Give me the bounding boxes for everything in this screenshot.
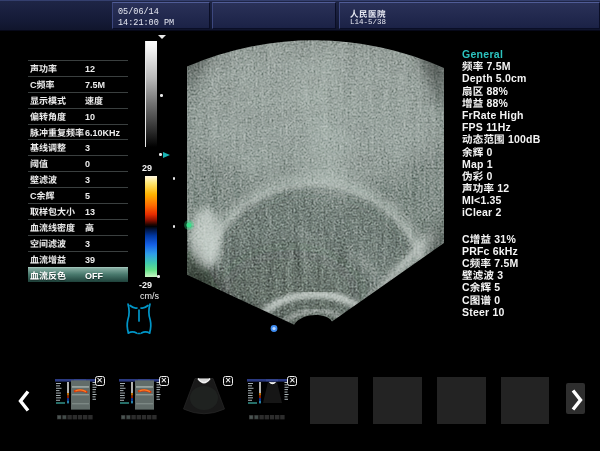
exam-info-box: 人民医院 L14-5/38: [339, 2, 600, 29]
image-info-panel: General 频率 7.5MDepth 5.0cm扇区 88%增益 88%Fr…: [462, 48, 597, 318]
param-row-9[interactable]: C余辉5: [28, 187, 128, 203]
param-label: 声功率: [30, 61, 57, 77]
color-doppler-bar: [145, 176, 157, 277]
info-line: 伪彩 0: [462, 170, 597, 182]
tgc-arrow-icon: [163, 152, 170, 158]
param-row-14[interactable]: 血流反色OFF: [28, 267, 128, 283]
info-line: C余辉 5: [462, 281, 597, 293]
baseline-dot[interactable]: [173, 225, 176, 228]
info-line: PRFc 6kHz: [462, 245, 597, 257]
velocity-scale-min: -29: [139, 280, 152, 290]
thumbnail-empty-slot: [501, 377, 550, 424]
thumbnail-3-fan-image[interactable]: ✕: [182, 377, 226, 422]
info-line: C频率 7.5M: [462, 257, 597, 269]
param-label: 显示模式: [30, 93, 66, 109]
param-value: 高: [85, 220, 94, 236]
param-row-13[interactable]: 血流增益39: [28, 251, 128, 267]
param-value: 7.5M: [85, 77, 105, 93]
param-row-7[interactable]: 阈值0: [28, 155, 128, 171]
info-line: 动态范围 100dB: [462, 133, 597, 145]
grayscale-bar: [145, 41, 157, 147]
param-value: 3: [85, 236, 90, 252]
info-line: 声功率 12: [462, 182, 597, 194]
param-label: 取样包大小: [30, 204, 75, 220]
param-row-1[interactable]: 声功率12: [28, 60, 128, 76]
color-params: C增益 31%PRFc 6kHzC频率 7.5M壁滤波 3C余辉 5C图谱 0S…: [462, 233, 597, 318]
param-row-8[interactable]: 壁滤波3: [28, 171, 128, 187]
param-label: 血流反色: [30, 268, 66, 284]
info-line: Map 1: [462, 158, 597, 170]
thumbnail-4-fan-exam[interactable]: ✕: [246, 377, 290, 422]
param-row-11[interactable]: 血流线密度高: [28, 219, 128, 235]
thumbnail-empty-slot: [310, 377, 359, 424]
param-value: 3: [85, 140, 90, 156]
param-row-2[interactable]: C频率7.5M: [28, 76, 128, 92]
param-value: 13: [85, 204, 95, 220]
param-row-12[interactable]: 空间滤波3: [28, 235, 128, 251]
param-label: 偏转角度: [30, 109, 66, 125]
param-value: 3: [85, 172, 90, 188]
param-row-4[interactable]: 偏转角度10: [28, 108, 128, 124]
info-line: 余辉 0: [462, 146, 597, 158]
info-line: C图谱 0: [462, 294, 597, 306]
param-value: 39: [85, 252, 95, 268]
parameter-panel: 声功率12C频率7.5M显示模式速度偏转角度10脉冲重复频率6.10KHz基线调…: [28, 60, 128, 282]
thumbnail-close-button[interactable]: ✕: [95, 376, 105, 386]
param-row-6[interactable]: 基线调整3: [28, 139, 128, 155]
info-line: iClear 2: [462, 206, 597, 218]
param-label: 血流增益: [30, 252, 66, 268]
info-line: MI<1.35: [462, 194, 597, 206]
param-value: 速度: [85, 93, 103, 109]
param-label: 脉冲重复频率: [30, 125, 84, 141]
thumbnail-close-button[interactable]: ✕: [287, 376, 297, 386]
param-value: 0: [85, 156, 90, 172]
param-row-3[interactable]: 显示模式速度: [28, 92, 128, 108]
thumbnail-empty-slot: [373, 377, 422, 424]
info-line: FPS 11Hz: [462, 121, 597, 133]
param-row-10[interactable]: 取样包大小13: [28, 203, 128, 219]
date-text: 05/06/14: [118, 7, 159, 17]
info-line: 增益 88%: [462, 97, 597, 109]
velocity-scale-unit: cm/s: [140, 291, 159, 301]
body-marker-icon[interactable]: [125, 301, 153, 337]
preset-title: General: [462, 48, 597, 60]
datetime-box: 05/06/14 14:21:00 PM: [112, 2, 210, 29]
info-line: C增益 31%: [462, 233, 597, 245]
info-line: Depth 5.0cm: [462, 72, 597, 84]
time-text: 14:21:00 PM: [118, 18, 174, 28]
param-label: 壁滤波: [30, 172, 57, 188]
param-label: 血流线密度: [30, 220, 75, 236]
info-line: 频率 7.5M: [462, 60, 597, 72]
thumbnail-empty-slot: [437, 377, 486, 424]
scale-dot[interactable]: [157, 275, 160, 278]
param-label: 阈值: [30, 156, 48, 172]
param-label: C余辉: [30, 188, 55, 204]
param-value: 10: [85, 109, 95, 125]
thumbnail-close-button[interactable]: ✕: [159, 376, 169, 386]
thumbnails-prev-button[interactable]: [17, 389, 31, 417]
param-value: 6.10KHz: [85, 125, 120, 141]
velocity-scale-max: 29: [142, 163, 152, 173]
param-value: OFF: [85, 268, 103, 284]
info-line: FrRate High: [462, 109, 597, 121]
thumbnail-close-button[interactable]: ✕: [223, 376, 233, 386]
thumbnail-1-doppler-exam[interactable]: ✕: [54, 377, 98, 422]
scale-dot[interactable]: [173, 177, 176, 180]
probe-model: L14-5/38: [350, 18, 386, 26]
param-value: 5: [85, 188, 90, 204]
title-bar: 05/06/14 14:21:00 PM 人民医院 L14-5/38: [0, 0, 600, 31]
info-line: 壁滤波 3: [462, 269, 597, 281]
param-value: 12: [85, 61, 95, 77]
param-label: 基线调整: [30, 140, 66, 156]
param-label: 空间滤波: [30, 236, 66, 252]
thumbnails-next-button[interactable]: [566, 383, 585, 414]
bmode-params: 频率 7.5MDepth 5.0cm扇区 88%增益 88%FrRate Hig…: [462, 60, 597, 218]
info-line: Steer 10: [462, 306, 597, 318]
tgc-dot[interactable]: [160, 94, 163, 97]
param-label: C频率: [30, 77, 55, 93]
param-row-5[interactable]: 脉冲重复频率6.10KHz: [28, 124, 128, 140]
grayscale-marker-icon: [158, 35, 166, 39]
ultrasound-screen: { "window": { "width": 600, "height": 45…: [0, 0, 600, 451]
thumbnail-2-doppler-exam[interactable]: ✕: [118, 377, 162, 422]
tgc-dot[interactable]: [159, 153, 162, 156]
